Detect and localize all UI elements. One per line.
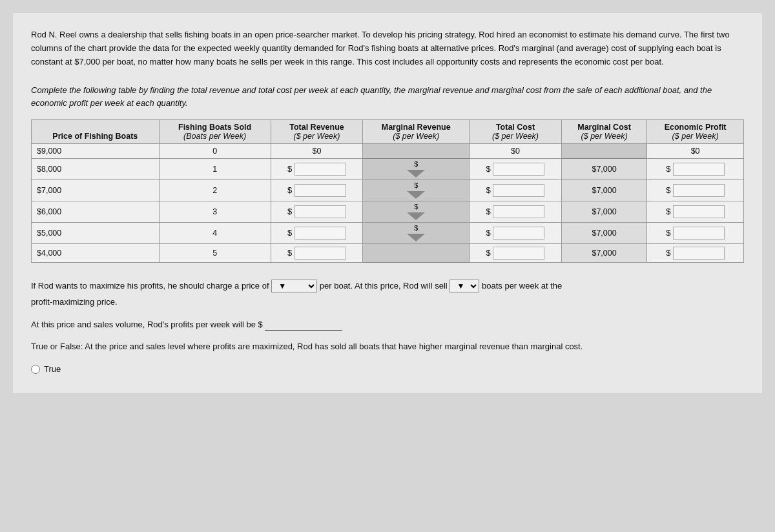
- marginal-cost-cell: $7,000: [561, 223, 646, 244]
- total-cost-input[interactable]: [493, 247, 544, 260]
- marginal-revenue-arrow: $: [364, 224, 468, 242]
- boats-sold-cell: 1: [159, 159, 271, 180]
- marginal-cost-cell: $7,000: [561, 201, 646, 223]
- marginal-cost-value: $7,000: [592, 207, 616, 216]
- total-cost-input[interactable]: [493, 184, 544, 197]
- total-cost-header: Total Cost ($ per Week): [470, 120, 562, 144]
- arrow-down-icon: [407, 191, 425, 199]
- marginal-cost-cell: $7,000: [561, 159, 646, 180]
- bottom-section: If Rod wants to maximize his profits, he…: [31, 278, 744, 377]
- true-radio-label[interactable]: True: [31, 362, 744, 378]
- price-dropdown[interactable]: ▼ $4,000 $5,000 $6,000 $7,000 $8,000 $9,…: [271, 280, 317, 292]
- total-revenue-input-cell[interactable]: $: [271, 244, 363, 263]
- total-cost-input-cell[interactable]: $: [470, 244, 562, 263]
- total-cost-cell: $0: [470, 144, 562, 159]
- total-revenue-input[interactable]: [294, 247, 346, 260]
- total-revenue-cell: $0: [271, 144, 363, 159]
- boats-sold-dropdown[interactable]: ▼ 0 1 2 3 4 5: [450, 280, 479, 292]
- total-revenue-input-cell[interactable]: $: [271, 159, 363, 180]
- total-revenue-input-cell[interactable]: $: [271, 180, 363, 201]
- economic-profit-input[interactable]: [673, 247, 725, 260]
- boats-sold-cell: 4: [159, 223, 271, 244]
- total-revenue-input[interactable]: [294, 227, 346, 240]
- total-revenue-input[interactable]: [294, 205, 346, 218]
- data-table: Price of Fishing Boats Fishing Boats Sol…: [31, 119, 744, 263]
- price-cell: $9,000: [32, 144, 160, 159]
- true-radio[interactable]: [31, 365, 40, 374]
- marginal-cost-cell: $7,000: [561, 180, 646, 201]
- economic-profit-input-cell[interactable]: $: [647, 180, 744, 201]
- marginal-cost-value: $7,000: [592, 249, 616, 258]
- total-cost-input-cell[interactable]: $: [470, 180, 562, 201]
- economic-profit-cell: $0: [647, 144, 744, 159]
- profit-maximizing-sentence: If Rod wants to maximize his profits, he…: [31, 278, 744, 310]
- marginal-revenue-arrow: $: [364, 181, 468, 200]
- marginal-cost-value: $7,000: [592, 186, 616, 195]
- total-revenue-input-cell[interactable]: $: [271, 201, 363, 223]
- price-cell: $6,000: [32, 201, 160, 223]
- boats-sold-cell: 2: [159, 180, 271, 201]
- table-row: $6,000 3 $ $ $ $7,000: [32, 201, 744, 223]
- marginal-revenue-arrow-cell: $: [363, 180, 470, 201]
- table-row: $8,000 1 $ $ $ $7: [32, 159, 744, 180]
- total-revenue-input[interactable]: [294, 163, 346, 176]
- total-revenue-input-cell[interactable]: $: [271, 223, 363, 244]
- marginal-cost-cell: $7,000: [561, 244, 646, 263]
- table-row: $4,000 5 $ $ $7,000 $: [32, 244, 744, 263]
- total-cost-input-cell[interactable]: $: [470, 201, 562, 223]
- marginal-revenue-cell: [363, 144, 470, 159]
- marginal-revenue-header: Marginal Revenue ($ per Week): [363, 120, 470, 144]
- price-cell: $7,000: [32, 180, 160, 201]
- economic-profit-input-cell[interactable]: $: [647, 159, 744, 180]
- total-cost-input-cell[interactable]: $: [470, 223, 562, 244]
- table-row: $5,000 4 $ $ $ $7,000: [32, 223, 744, 244]
- economic-profit-input-cell[interactable]: $: [647, 223, 744, 244]
- economic-profit-input[interactable]: [673, 205, 725, 218]
- total-cost-input-cell[interactable]: $: [470, 159, 562, 180]
- boats-sold-cell: 3: [159, 201, 271, 223]
- price-cell: $4,000: [32, 244, 160, 263]
- total-cost-input[interactable]: [493, 163, 544, 176]
- marginal-revenue-arrow: $: [364, 160, 468, 178]
- fishing-boats-sold-header: Fishing Boats Sold (Boats per Week): [159, 120, 271, 144]
- marginal-revenue-arrow-cell: $: [363, 159, 470, 180]
- price-cell: $8,000: [32, 159, 160, 180]
- marginal-cost-cell: [561, 144, 646, 159]
- boats-sold-cell: 0: [159, 144, 271, 159]
- instruction-text: Complete the following table by finding …: [31, 84, 744, 109]
- total-cost-input[interactable]: [493, 227, 544, 240]
- price-header: Price of Fishing Boats: [32, 120, 160, 144]
- price-cell: $5,000: [32, 223, 160, 244]
- economic-profit-input-cell[interactable]: $: [647, 201, 744, 223]
- profits-per-week-input[interactable]: [265, 319, 342, 331]
- arrow-down-icon: [407, 212, 425, 220]
- boats-sold-cell: 5: [159, 244, 271, 263]
- marginal-revenue-arrow-cell: $: [363, 201, 470, 223]
- arrow-down-icon: [407, 234, 425, 241]
- marginal-cost-value: $7,000: [592, 229, 616, 238]
- economic-profit-input[interactable]: [673, 184, 725, 197]
- total-revenue-header: Total Revenue ($ per Week): [271, 120, 363, 144]
- marginal-revenue-last-cell: [363, 244, 470, 263]
- table-row: $7,000 2 $ $ $ $7,000: [32, 180, 744, 201]
- marginal-cost-header: Marginal Cost ($ per Week): [561, 120, 646, 144]
- marginal-cost-value: $7,000: [592, 165, 616, 174]
- table-row: $9,000 0 $0 $0 $0: [32, 144, 744, 159]
- profits-per-week-sentence: At this price and sales volume, Rod's pr…: [31, 317, 744, 333]
- economic-profit-input[interactable]: [673, 163, 725, 176]
- marginal-revenue-arrow-cell: $: [363, 223, 470, 244]
- total-cost-input[interactable]: [493, 205, 544, 218]
- economic-profit-input-cell[interactable]: $: [647, 244, 744, 263]
- arrow-down-icon: [407, 170, 425, 178]
- total-revenue-input[interactable]: [294, 184, 346, 197]
- true-false-sentence: True or False: At the price and sales le…: [31, 339, 744, 355]
- economic-profit-header: Economic Profit ($ per Week): [647, 120, 744, 144]
- marginal-revenue-arrow: $: [364, 203, 468, 221]
- intro-paragraph: Rod N. Reel owns a dealership that sells…: [31, 28, 744, 68]
- economic-profit-input[interactable]: [673, 227, 725, 240]
